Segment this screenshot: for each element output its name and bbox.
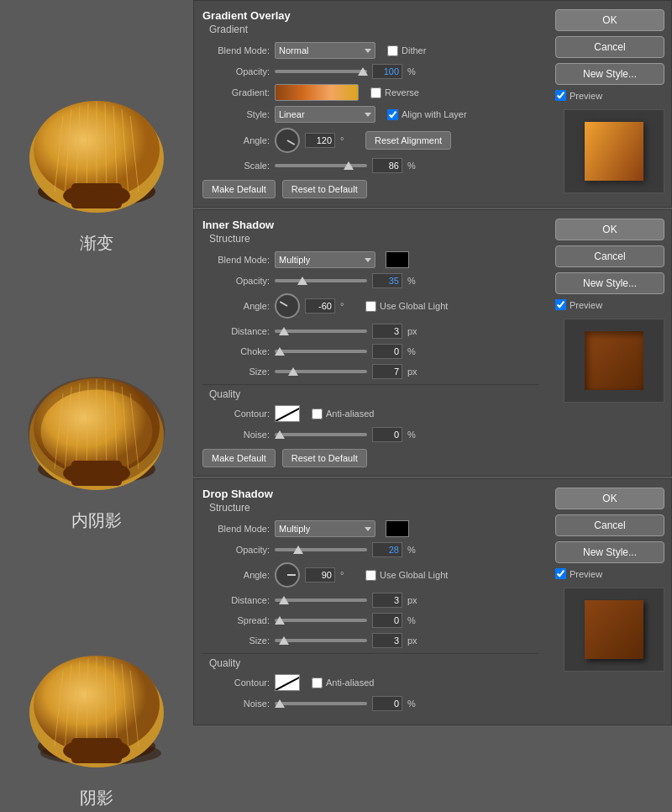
global-light-label-3: Use Global Light bbox=[380, 570, 448, 580]
angle-dial-3[interactable] bbox=[275, 562, 300, 588]
opacity-input-3[interactable] bbox=[372, 542, 402, 557]
brush-label-inner-shadow: 内阴影 bbox=[71, 509, 122, 532]
gradient-swatch[interactable] bbox=[275, 84, 359, 101]
spread-slider-3[interactable] bbox=[275, 614, 367, 626]
cancel-btn-1[interactable]: Cancel bbox=[555, 36, 664, 58]
preview-checkbox-2[interactable] bbox=[555, 299, 566, 310]
opacity-row-2: Opacity: % bbox=[202, 273, 538, 288]
opacity-row-3: Opacity: % bbox=[202, 542, 538, 557]
angle-row-3: Angle: ° Use Global Light bbox=[202, 562, 538, 588]
distance-input-2[interactable] bbox=[372, 324, 402, 339]
noise-slider-3[interactable] bbox=[275, 698, 367, 709]
angle-label-3: Angle: bbox=[202, 570, 270, 580]
global-light-check-2[interactable] bbox=[365, 301, 376, 312]
style-label: Style: bbox=[202, 109, 270, 119]
distance-input-3[interactable] bbox=[372, 593, 402, 608]
blend-mode-select-2[interactable]: Normal Multiply bbox=[275, 251, 375, 268]
angle-dial[interactable] bbox=[275, 128, 300, 153]
panel1-btn-row: Make Default Reset to Default bbox=[202, 180, 538, 198]
contour-row-2: Contour: Anti-aliased bbox=[202, 405, 538, 422]
reset-to-default-btn-2[interactable]: Reset to Default bbox=[282, 449, 367, 467]
dither-label: Dither bbox=[402, 45, 426, 55]
color-swatch-3[interactable] bbox=[386, 520, 409, 537]
ok-btn-1[interactable]: OK bbox=[555, 9, 664, 31]
angle-input-2[interactable] bbox=[305, 298, 335, 314]
angle-unit: ° bbox=[340, 135, 354, 145]
cancel-btn-3[interactable]: Cancel bbox=[555, 514, 664, 536]
opacity-unit: % bbox=[407, 66, 421, 76]
noise-label-3: Noise: bbox=[202, 699, 270, 709]
brush-gradient-image bbox=[21, 49, 172, 225]
opacity-label-3: Opacity: bbox=[202, 545, 270, 555]
size-input-3[interactable] bbox=[372, 633, 402, 648]
preview-square-2 bbox=[585, 331, 643, 390]
choke-row-2: Choke: % bbox=[202, 344, 538, 359]
new-style-btn-2[interactable]: New Style... bbox=[555, 272, 664, 294]
drop-shadow-content: Drop Shadow Structure Blend Mode: Normal… bbox=[202, 488, 538, 716]
angle-row-2: Angle: ° Use Global Light bbox=[202, 293, 538, 319]
color-swatch-2[interactable] bbox=[386, 251, 409, 268]
cancel-btn-2[interactable]: Cancel bbox=[555, 245, 664, 267]
anti-aliased-check-2[interactable] bbox=[312, 409, 323, 419]
angle-unit-2: ° bbox=[340, 301, 354, 311]
new-style-btn-1[interactable]: New Style... bbox=[555, 63, 664, 85]
distance-row-3: Distance: px bbox=[202, 593, 538, 608]
size-slider-2[interactable] bbox=[275, 366, 367, 377]
opacity-slider-3[interactable] bbox=[275, 544, 367, 556]
align-with-layer-check[interactable] bbox=[387, 109, 398, 120]
distance-unit-2: px bbox=[407, 326, 421, 336]
opacity-slider[interactable] bbox=[275, 66, 367, 77]
ok-btn-3[interactable]: OK bbox=[555, 488, 664, 509]
scale-slider[interactable] bbox=[275, 160, 367, 171]
inner-shadow-panel: Inner Shadow Structure Blend Mode: Norma… bbox=[193, 209, 672, 477]
spread-input-3[interactable] bbox=[372, 613, 402, 628]
noise-input-2[interactable] bbox=[372, 427, 402, 442]
reset-to-default-btn-1[interactable]: Reset to Default bbox=[282, 180, 367, 198]
opacity-input[interactable] bbox=[372, 64, 402, 79]
contour-swatch-3[interactable] bbox=[275, 674, 300, 691]
style-select[interactable]: Linear Radial Angle bbox=[275, 106, 375, 123]
distance-label-2: Distance: bbox=[202, 326, 270, 336]
left-panel: 渐变 bbox=[0, 0, 193, 812]
opacity-slider-2[interactable] bbox=[275, 275, 367, 287]
blend-mode-row-3: Blend Mode: Normal Multiply bbox=[202, 520, 538, 537]
choke-input-2[interactable] bbox=[372, 344, 402, 359]
preview-checkbox-1[interactable] bbox=[555, 90, 566, 101]
angle-input[interactable] bbox=[305, 133, 335, 148]
make-default-btn-1[interactable]: Make Default bbox=[202, 180, 276, 198]
size-slider-3[interactable] bbox=[275, 635, 367, 646]
distance-slider-3[interactable] bbox=[275, 594, 367, 606]
opacity-input-2[interactable] bbox=[372, 273, 402, 288]
panel1-sidebar: OK Cancel New Style... Preview bbox=[547, 9, 664, 198]
global-light-check-3[interactable] bbox=[365, 570, 376, 581]
preview-square-3 bbox=[585, 600, 643, 659]
angle-dial-2[interactable] bbox=[275, 293, 300, 319]
make-default-btn-2[interactable]: Make Default bbox=[202, 449, 276, 467]
preview-checkbox-3[interactable] bbox=[555, 568, 566, 579]
contour-label-2: Contour: bbox=[202, 409, 270, 419]
quality-title-2: Quality bbox=[202, 388, 538, 400]
preview-box-1 bbox=[564, 109, 664, 193]
distance-slider-2[interactable] bbox=[275, 325, 367, 337]
blend-mode-select[interactable]: Normal Multiply Screen bbox=[275, 42, 375, 59]
panel2-subtitle: Structure bbox=[202, 233, 538, 245]
choke-slider-2[interactable] bbox=[275, 345, 367, 357]
anti-aliased-check-3[interactable] bbox=[312, 678, 323, 688]
new-style-btn-3[interactable]: New Style... bbox=[555, 541, 664, 563]
angle-input-3[interactable] bbox=[305, 567, 335, 583]
scale-input[interactable] bbox=[372, 158, 402, 173]
dither-check[interactable] bbox=[387, 45, 398, 56]
opacity-label: Opacity: bbox=[202, 66, 270, 76]
reverse-label: Reverse bbox=[385, 87, 419, 98]
noise-slider-2[interactable] bbox=[275, 429, 367, 440]
reverse-check[interactable] bbox=[370, 87, 381, 98]
noise-label-2: Noise: bbox=[202, 430, 270, 440]
size-input-2[interactable] bbox=[372, 364, 402, 379]
angle-row: Angle: ° Reset Alignment bbox=[202, 128, 538, 153]
reset-alignment-btn[interactable]: Reset Alignment bbox=[365, 131, 451, 150]
contour-swatch-2[interactable] bbox=[275, 405, 300, 422]
blend-mode-select-3[interactable]: Normal Multiply bbox=[275, 520, 375, 537]
size-label-3: Size: bbox=[202, 635, 270, 646]
noise-input-3[interactable] bbox=[372, 696, 402, 711]
ok-btn-2[interactable]: OK bbox=[555, 219, 664, 240]
